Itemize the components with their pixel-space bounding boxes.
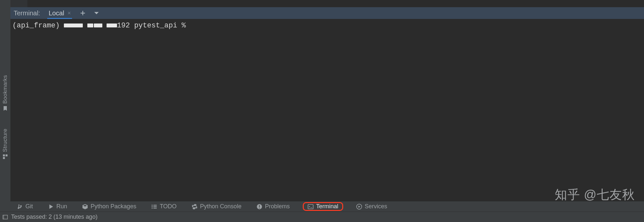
redacted-user [64,24,83,27]
svg-rect-7 [152,208,153,208]
python-icon [192,204,198,210]
warning-icon [256,204,262,210]
new-terminal-button[interactable] [80,10,86,16]
tool-problems-label: Problems [265,203,290,210]
svg-rect-6 [154,206,157,207]
tool-python-packages[interactable]: Python Packages [80,202,138,211]
terminal-dropdown-button[interactable] [94,10,99,16]
tool-terminal[interactable]: Terminal [303,202,343,211]
todo-icon [151,204,157,210]
tool-git-label: Git [25,203,33,210]
plus-icon [80,10,86,16]
packages-icon [82,204,88,210]
bookmarks-label: Bookmarks [2,75,8,104]
tool-python-console-label: Python Console [200,203,242,210]
play-icon [48,204,54,210]
close-icon[interactable]: × [67,10,71,17]
tool-todo-label: TODO [160,203,177,210]
tool-services[interactable]: Services [354,202,389,211]
left-tool-stripe: Bookmarks Structure [0,0,10,222]
tool-python-console[interactable]: Python Console [190,202,243,211]
sidebar-item-structure[interactable]: Structure [0,120,10,159]
tool-terminal-label: Terminal [316,203,338,210]
tool-problems[interactable]: Problems [255,202,292,211]
tool-todo[interactable]: TODO [149,202,179,211]
tool-services-label: Services [365,203,387,210]
svg-rect-3 [152,205,153,205]
services-icon [356,204,362,210]
terminal-prompt-prefix: (api_frame) [12,22,64,30]
editor-code-area [27,0,644,7]
editor-gutter [10,0,27,7]
svg-rect-10 [259,205,260,207]
terminal-tab-label: Local [49,9,64,17]
git-branch-icon [17,204,23,210]
panel-title: Terminal: [14,9,40,17]
toolwindows-toggle-icon[interactable] [3,214,8,220]
chevron-down-icon [94,10,99,16]
status-tests[interactable]: Tests passed: 2 (13 minutes ago) [11,214,97,220]
terminal-panel-header: Terminal: Local × [10,7,644,19]
svg-rect-4 [154,205,157,205]
sidebar-item-bookmarks[interactable]: Bookmarks [0,65,10,111]
structure-icon [3,154,8,159]
svg-rect-15 [3,215,4,219]
svg-rect-5 [152,206,153,207]
terminal-tab-local[interactable]: Local × [47,7,72,19]
terminal-prompt-suffix: 192 pytest_api % [117,22,186,30]
svg-rect-1 [6,154,7,156]
svg-rect-12 [308,204,313,209]
svg-rect-0 [3,154,5,156]
tool-git[interactable]: Git [15,202,35,211]
svg-rect-11 [259,208,260,208]
redacted-sep2 [94,24,102,27]
tool-run-label: Run [56,203,67,210]
terminal-icon [308,204,314,210]
tool-python-packages-label: Python Packages [91,203,136,210]
terminal-body[interactable]: (api_frame) 192 pytest_api % [10,19,644,201]
structure-label: Structure [2,129,8,152]
svg-rect-8 [154,208,157,208]
redacted-sep1 [87,24,93,27]
status-bar: Tests passed: 2 (13 minutes ago) [0,212,644,222]
svg-rect-2 [3,157,5,159]
editor-strip [0,0,644,7]
bookmark-icon [3,106,8,111]
redacted-at [107,24,117,27]
bottom-toolwindow-bar: Git Run Python Packages TODO Python Cons… [10,201,644,212]
tool-run[interactable]: Run [46,202,69,211]
